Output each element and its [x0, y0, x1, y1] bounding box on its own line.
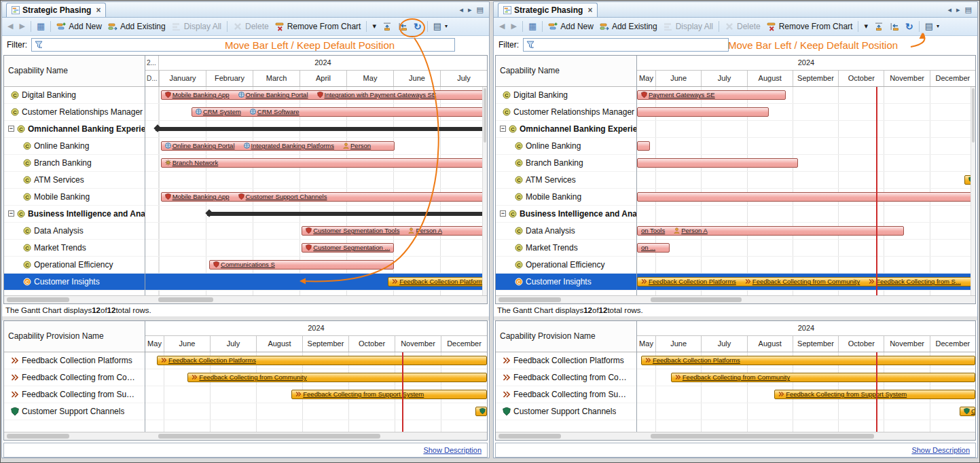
filter-input[interactable] — [537, 40, 725, 50]
add-new-button[interactable]: Add New — [545, 20, 596, 33]
name-row[interactable]: CATM Services — [4, 172, 145, 189]
keep-default-position-button[interactable] — [871, 20, 886, 33]
forward-button[interactable]: ▶ — [508, 21, 519, 31]
scrollbar-thumb[interactable] — [7, 297, 69, 302]
copy-table-button[interactable]: ▦ — [34, 20, 48, 32]
name-row[interactable]: Feedback Collecting from Community — [496, 369, 636, 386]
provision-bar[interactable]: Feedback Collecting from Community — [187, 373, 487, 382]
add-new-button[interactable]: Add New — [54, 20, 105, 33]
task-bar[interactable]: CRM SystemCRM Software — [192, 107, 486, 117]
scrollbar-thumb[interactable] — [651, 297, 742, 302]
collapse-icon[interactable]: − — [8, 126, 14, 132]
collapse-icon[interactable]: − — [500, 210, 506, 217]
bar-options-dropdown[interactable]: ▾ — [861, 21, 871, 31]
provision-bar[interactable]: Feedback Collection Platforms — [388, 277, 487, 286]
move-bar-left-button[interactable] — [887, 20, 902, 33]
window-list-icon[interactable]: ▤ — [477, 6, 484, 14]
scroll-tabs-left-icon[interactable]: ◂ — [948, 6, 952, 14]
name-row[interactable]: CDigital Banking — [496, 87, 636, 104]
name-row[interactable]: CCustomer Relationships Manager — [496, 104, 636, 121]
name-hscrollbar[interactable] — [496, 295, 637, 303]
task-bar[interactable]: Online Banking PortalIntegrated Banking … — [161, 141, 395, 151]
remove-from-chart-button[interactable]: Remove From Chart — [764, 20, 856, 33]
scroll-tabs-left-icon[interactable]: ◂ — [460, 6, 464, 14]
name-row[interactable]: CBranch Banking — [496, 155, 636, 172]
collapse-icon[interactable]: − — [8, 210, 14, 217]
add-existing-button[interactable]: Add Existing — [105, 20, 168, 33]
task-bar[interactable]: Communications S — [209, 260, 394, 270]
name-row[interactable]: −COmnichannel Banking Experience — [496, 121, 636, 138]
strategic-phasing-tab[interactable]: Strategic Phasing× — [6, 3, 106, 17]
name-hscrollbar[interactable] — [496, 432, 637, 440]
provision-bar[interactable]: Feedback Collecting from Support System — [291, 390, 487, 399]
timeline-hscrollbar[interactable] — [637, 432, 975, 440]
filter-input[interactable] — [46, 40, 452, 50]
task-bar[interactable]: Payment Gateways SE — [637, 90, 786, 100]
scroll-tabs-right-icon[interactable]: ▸ — [468, 6, 472, 14]
provision-bar[interactable]: Feedback Collecting from Community — [671, 373, 975, 382]
task-bar[interactable] — [637, 107, 769, 117]
name-row[interactable]: CMobile Banking — [496, 189, 636, 206]
show-description-link[interactable]: Show Description — [911, 446, 970, 454]
task-bar[interactable]: Mobile Banking AppOnline Banking PortalI… — [161, 90, 487, 100]
task-bar[interactable] — [637, 192, 975, 202]
task-bar[interactable] — [637, 141, 650, 151]
timeline-hscrollbar[interactable] — [637, 295, 975, 303]
task-bar[interactable]: Mobile Banking AppCustomer Support Chann… — [161, 192, 487, 202]
name-row[interactable]: CMobile Banking — [4, 189, 145, 206]
summary-bar[interactable] — [207, 212, 487, 216]
name-row[interactable]: Customer Support Channels — [496, 403, 636, 420]
collapse-icon[interactable]: − — [500, 126, 506, 132]
copy-table-button[interactable]: ▦ — [526, 20, 539, 32]
scrollbar-thumb[interactable] — [484, 88, 486, 143]
name-row[interactable]: −CBusiness Intelligence and Analytics — [496, 206, 636, 223]
name-row[interactable]: CData Analysis — [496, 223, 636, 240]
delete-button[interactable]: Delete — [722, 20, 763, 33]
scrollbar-thumb[interactable] — [7, 434, 69, 439]
name-row[interactable]: CCustomer Insights — [4, 274, 145, 291]
name-row[interactable]: Customer Support Channels — [4, 403, 145, 420]
display-all-button[interactable]: Display All — [661, 20, 716, 33]
name-row[interactable]: CATM Services — [496, 172, 636, 189]
move-bar-left-button[interactable] — [395, 20, 410, 33]
scrollbar-thumb[interactable] — [158, 434, 380, 439]
vertical-scrollbar[interactable] — [970, 87, 975, 295]
remove-from-chart-button[interactable]: Remove From Chart — [272, 20, 364, 33]
scrollbar-thumb[interactable] — [651, 434, 874, 439]
show-description-link[interactable]: Show Description — [423, 446, 482, 454]
name-hscrollbar[interactable] — [4, 432, 145, 440]
name-row[interactable]: COnline Banking — [496, 138, 636, 155]
summary-bar[interactable] — [156, 127, 487, 131]
refresh-button[interactable]: ↻ — [411, 20, 424, 33]
keep-default-position-button[interactable] — [380, 20, 395, 33]
task-bar[interactable]: Branch Network — [161, 158, 487, 168]
tab-close-icon[interactable]: × — [587, 5, 592, 15]
name-row[interactable]: CMarket Trends — [496, 240, 636, 257]
name-row[interactable]: CCustomer Relationships Manager — [4, 104, 145, 121]
provision-bar[interactable]: Feedback Collection Platforms — [157, 356, 487, 365]
name-hscrollbar[interactable] — [4, 295, 145, 303]
refresh-button[interactable]: ↻ — [903, 20, 916, 33]
task-bar[interactable]: on ... — [637, 243, 670, 253]
name-row[interactable]: COnline Banking — [4, 138, 145, 155]
back-button[interactable]: ◀ — [5, 21, 16, 31]
view-menu-button[interactable]: ▤▾ — [431, 20, 450, 32]
name-row[interactable]: CData Analysis — [4, 223, 145, 240]
task-bar[interactable]: Customer Segmentation ... — [302, 243, 394, 253]
display-all-button[interactable]: Display All — [169, 20, 224, 33]
scrollbar-thumb[interactable] — [158, 297, 213, 302]
scrollbar-thumb[interactable] — [498, 297, 561, 302]
name-row[interactable]: −CBusiness Intelligence and Analytics — [4, 206, 145, 223]
name-row[interactable]: Feedback Collection Platforms — [496, 352, 636, 369]
delete-button[interactable]: Delete — [230, 20, 272, 33]
name-row[interactable]: Feedback Collection Platforms — [4, 352, 145, 369]
name-row[interactable]: Feedback Collecting from Community — [4, 369, 145, 386]
strategic-phasing-tab[interactable]: Strategic Phasing× — [498, 3, 598, 17]
window-list-icon[interactable]: ▤ — [965, 6, 972, 14]
back-button[interactable]: ◀ — [496, 21, 507, 31]
provision-bar[interactable]: C... — [960, 407, 975, 416]
name-row[interactable]: COperational Efficiency — [496, 257, 636, 274]
provision-bar[interactable]: C... — [475, 407, 487, 416]
name-row[interactable]: CCustomer Insights — [496, 274, 636, 291]
timeline-hscrollbar[interactable] — [145, 432, 487, 440]
